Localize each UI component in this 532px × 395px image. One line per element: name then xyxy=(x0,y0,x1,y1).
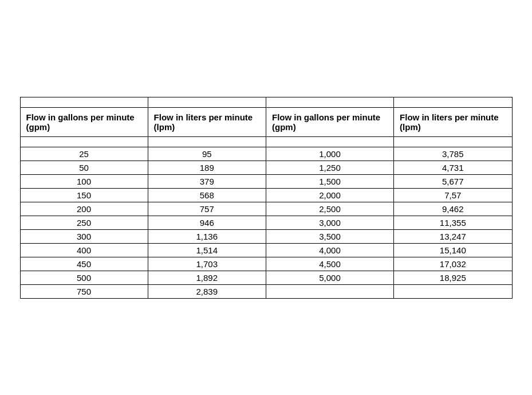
table-row: 150 568 2,000 7,57 xyxy=(20,188,512,202)
lpm1-val: 379 xyxy=(148,174,266,188)
table-row: 50 189 1,250 4,731 xyxy=(20,161,512,174)
gpm2-val: 3,500 xyxy=(266,229,393,243)
gpm1-val: 300 xyxy=(20,229,148,243)
table-row: 250 946 3,000 11,355 xyxy=(20,216,512,229)
gpm1-val: 200 xyxy=(20,202,148,216)
table-wrapper: Flow in gallons per minute (gpm) Flow in… xyxy=(3,80,530,316)
lpm1-val: 95 xyxy=(148,147,266,161)
gpm1-val: 25 xyxy=(20,147,148,161)
gpm2-val: 1,500 xyxy=(266,174,393,188)
gpm1-val: 450 xyxy=(20,257,148,271)
empty-cell-4 xyxy=(394,97,512,107)
gpm2-val: 5,000 xyxy=(266,271,393,284)
table-row: 500 1,892 5,000 18,925 xyxy=(20,271,512,284)
table-row: 300 1,136 3,500 13,247 xyxy=(20,229,512,243)
conversion-table: Flow in gallons per minute (gpm) Flow in… xyxy=(20,97,513,299)
lpm1-val: 1,892 xyxy=(148,271,266,284)
gpm2-val: 4,000 xyxy=(266,243,393,257)
gpm1-val: 50 xyxy=(20,161,148,174)
lpm2-val: 9,462 xyxy=(394,202,512,216)
gpm1-val: 500 xyxy=(20,271,148,284)
gpm1-val: 150 xyxy=(20,188,148,202)
empty-cell-3 xyxy=(266,97,393,107)
table-row: 100 379 1,500 5,677 xyxy=(20,174,512,188)
header-gpm1: Flow in gallons per minute (gpm) xyxy=(20,107,148,136)
gpm2-val: 3,000 xyxy=(266,216,393,229)
lpm2-val: 15,140 xyxy=(394,243,512,257)
table-row: 25 95 1,000 3,785 xyxy=(20,147,512,161)
lpm2-val: 3,785 xyxy=(394,147,512,161)
lpm2-val: 4,731 xyxy=(394,161,512,174)
empty-cell-2 xyxy=(148,97,266,107)
header-lpm1: Flow in liters per minute (lpm) xyxy=(148,107,266,136)
empty-cell-5 xyxy=(20,136,148,147)
header-lpm2: Flow in liters per minute (lpm) xyxy=(394,107,512,136)
gpm2-val: 1,000 xyxy=(266,147,393,161)
gpm1-val: 250 xyxy=(20,216,148,229)
empty-cell-8 xyxy=(394,136,512,147)
table-row: 750 2,839 xyxy=(20,284,512,298)
lpm2-val: 13,247 xyxy=(394,229,512,243)
top-empty-row xyxy=(20,97,512,107)
gpm1-val: 100 xyxy=(20,174,148,188)
table-row: 200 757 2,500 9,462 xyxy=(20,202,512,216)
lpm2-val: 7,57 xyxy=(394,188,512,202)
gpm2-val: 2,500 xyxy=(266,202,393,216)
lpm2-val: 11,355 xyxy=(394,216,512,229)
lpm1-val: 2,839 xyxy=(148,284,266,298)
gpm2-val: 1,250 xyxy=(266,161,393,174)
lpm1-val: 189 xyxy=(148,161,266,174)
lpm2-val xyxy=(394,284,512,298)
lpm2-val: 5,677 xyxy=(394,174,512,188)
gpm2-val: 4,500 xyxy=(266,257,393,271)
header-row: Flow in gallons per minute (gpm) Flow in… xyxy=(20,107,512,136)
gpm2-val xyxy=(266,284,393,298)
empty-cell-1 xyxy=(20,97,148,107)
header-gpm2: Flow in gallons per minute (gpm) xyxy=(266,107,393,136)
table-row: 400 1,514 4,000 15,140 xyxy=(20,243,512,257)
lpm1-val: 946 xyxy=(148,216,266,229)
empty-cell-7 xyxy=(266,136,393,147)
lpm1-val: 568 xyxy=(148,188,266,202)
lpm1-val: 1,703 xyxy=(148,257,266,271)
lpm2-val: 18,925 xyxy=(394,271,512,284)
lpm1-val: 1,514 xyxy=(148,243,266,257)
lpm1-val: 757 xyxy=(148,202,266,216)
gpm1-val: 400 xyxy=(20,243,148,257)
lpm1-val: 1,136 xyxy=(148,229,266,243)
lpm2-val: 17,032 xyxy=(394,257,512,271)
gpm2-val: 2,000 xyxy=(266,188,393,202)
mid-empty-row xyxy=(20,136,512,147)
table-row: 450 1,703 4,500 17,032 xyxy=(20,257,512,271)
empty-cell-6 xyxy=(148,136,266,147)
gpm1-val: 750 xyxy=(20,284,148,298)
